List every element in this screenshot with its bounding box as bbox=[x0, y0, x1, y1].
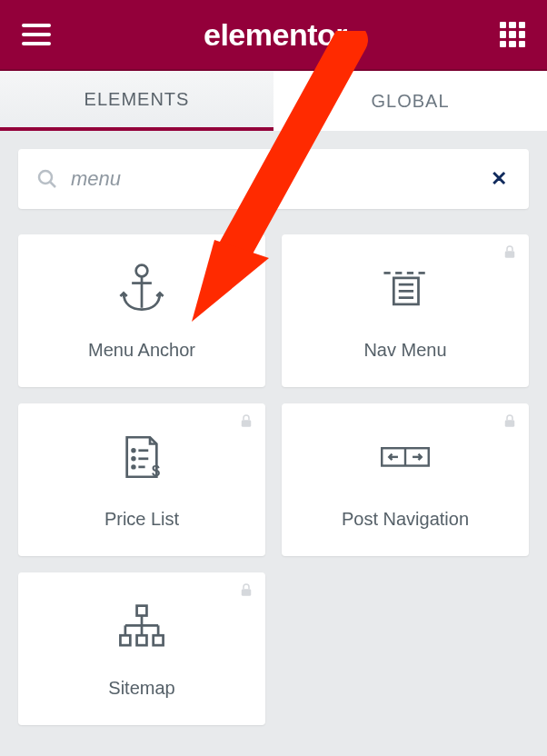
sitemap-icon bbox=[115, 600, 168, 652]
svg-rect-27 bbox=[242, 589, 252, 596]
svg-point-15 bbox=[133, 449, 135, 452]
svg-point-17 bbox=[133, 457, 135, 460]
anchor-icon bbox=[115, 262, 168, 314]
widget-sitemap[interactable]: Sitemap bbox=[18, 572, 265, 725]
widget-label: Post Navigation bbox=[342, 509, 469, 530]
svg-rect-29 bbox=[120, 635, 130, 645]
widget-menu-anchor[interactable]: Menu Anchor bbox=[18, 234, 265, 387]
lock-icon bbox=[238, 582, 254, 598]
search-box: ✕ bbox=[18, 149, 529, 209]
app-grid-icon[interactable] bbox=[500, 22, 525, 47]
widget-post-navigation[interactable]: Post Navigation bbox=[282, 403, 529, 556]
search-icon bbox=[36, 168, 58, 190]
svg-rect-31 bbox=[154, 635, 164, 645]
svg-line-1 bbox=[51, 183, 56, 188]
panel-content: ✕ Menu Anchor bbox=[0, 131, 547, 743]
tab-elements[interactable]: ELEMENTS bbox=[0, 71, 274, 131]
svg-text:$: $ bbox=[152, 462, 160, 478]
lock-icon bbox=[238, 413, 254, 429]
widget-grid: Menu Anchor Nav Menu bbox=[18, 234, 529, 725]
nav-menu-icon bbox=[379, 262, 432, 314]
widget-label: Sitemap bbox=[108, 678, 174, 699]
svg-rect-22 bbox=[505, 420, 515, 427]
price-list-icon: $ bbox=[115, 431, 168, 483]
app-header: elementor bbox=[0, 0, 547, 71]
svg-rect-14 bbox=[242, 420, 252, 427]
svg-rect-30 bbox=[137, 635, 147, 645]
widget-price-list[interactable]: $ Price List bbox=[18, 403, 265, 556]
svg-rect-5 bbox=[505, 251, 515, 258]
clear-search-button[interactable]: ✕ bbox=[487, 167, 511, 191]
svg-rect-28 bbox=[137, 606, 147, 616]
svg-point-2 bbox=[136, 264, 148, 276]
widget-label: Menu Anchor bbox=[88, 340, 195, 361]
post-navigation-icon bbox=[379, 431, 432, 483]
tab-global[interactable]: GLOBAL bbox=[274, 71, 547, 131]
svg-point-0 bbox=[39, 171, 52, 184]
widget-label: Nav Menu bbox=[363, 340, 446, 361]
widget-label: Price List bbox=[104, 509, 179, 530]
search-input[interactable] bbox=[71, 167, 487, 191]
hamburger-menu-icon[interactable] bbox=[22, 24, 51, 45]
svg-point-19 bbox=[133, 465, 135, 468]
widget-nav-menu[interactable]: Nav Menu bbox=[282, 234, 529, 387]
lock-icon bbox=[502, 413, 518, 429]
brand-title: elementor bbox=[204, 17, 347, 53]
lock-icon bbox=[502, 244, 518, 260]
tab-bar: ELEMENTS GLOBAL bbox=[0, 71, 547, 131]
